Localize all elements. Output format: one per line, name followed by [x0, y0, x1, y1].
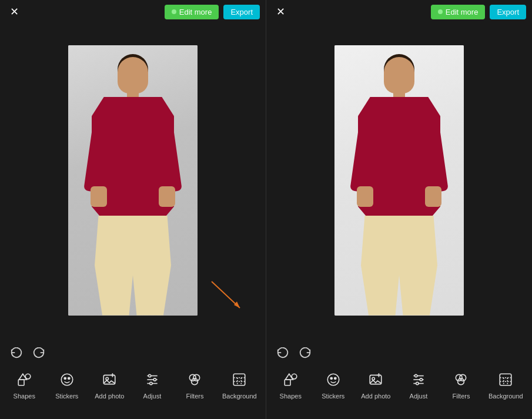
right-edit-more-button[interactable]: Edit more: [431, 5, 486, 19]
pants: [95, 216, 171, 316]
left-shapes-icon: [14, 370, 34, 390]
left-toolbar: Shapes Stickers: [0, 337, 266, 419]
right-tool-shapes[interactable]: Shapes: [275, 370, 306, 400]
left-undo-redo: [3, 343, 263, 367]
svg-point-3: [25, 374, 31, 379]
left-filters-label: Filters: [186, 393, 203, 400]
svg-point-4: [61, 374, 73, 386]
left-close-button[interactable]: ✕: [6, 4, 22, 20]
right-background-label: Background: [488, 393, 523, 400]
left-export-button[interactable]: Export: [223, 5, 260, 19]
right-tool-filters[interactable]: Filters: [446, 370, 476, 400]
right-adjust-label: Adjust: [410, 393, 428, 400]
left-adjust-icon: [142, 370, 162, 390]
right-head: [384, 57, 414, 93]
top-garment: [92, 97, 174, 226]
right-background-icon: [496, 370, 516, 390]
right-add-photo-icon: [366, 370, 386, 390]
right-photo-container: [334, 45, 464, 316]
left-fashion-photo: [68, 45, 198, 316]
svg-point-18: [193, 374, 200, 381]
right-stickers-icon: [323, 370, 343, 390]
svg-rect-25: [285, 380, 291, 386]
left-tool-adjust[interactable]: Adjust: [137, 370, 168, 400]
svg-rect-2: [19, 380, 25, 386]
left-add-photo-label: Add photo: [95, 393, 124, 400]
right-person-figure: [352, 57, 446, 316]
svg-point-14: [148, 374, 150, 377]
left-tool-add-photo[interactable]: Add photo: [94, 370, 125, 400]
svg-point-27: [327, 374, 339, 386]
right-tool-adjust[interactable]: Adjust: [403, 370, 434, 400]
svg-point-19: [192, 378, 198, 385]
svg-point-8: [106, 377, 108, 380]
left-shapes-label: Shapes: [14, 393, 35, 400]
right-fashion-photo: [334, 45, 464, 316]
svg-rect-43: [500, 374, 512, 386]
svg-point-15: [153, 378, 156, 381]
right-tool-background[interactable]: Background: [488, 370, 523, 400]
left-tool-background[interactable]: Background: [222, 370, 257, 400]
svg-rect-20: [234, 374, 246, 386]
right-shapes-icon: [280, 370, 300, 390]
right-top-bar: ✕ Edit more Export: [266, 0, 532, 24]
right-adjust-icon: [409, 370, 429, 390]
right-export-button[interactable]: Export: [490, 5, 526, 19]
svg-point-6: [68, 377, 69, 379]
left-background-icon: [229, 370, 249, 390]
export-label: Export: [230, 8, 253, 16]
right-redo-button[interactable]: [296, 345, 314, 363]
left-undo-button[interactable]: [8, 345, 25, 363]
right-edit-more-dot: [438, 9, 443, 14]
left-filters-icon: [185, 370, 205, 390]
svg-point-28: [330, 377, 332, 379]
left-stickers-icon: [57, 370, 77, 390]
right-top-garment: [358, 97, 440, 226]
right-filters-icon: [451, 370, 471, 390]
svg-point-41: [460, 374, 466, 381]
right-hand-right: [425, 186, 441, 207]
right-stickers-label: Stickers: [322, 393, 344, 400]
edit-more-dot: [172, 9, 176, 14]
right-image-area: [266, 24, 532, 337]
left-tool-shapes[interactable]: Shapes: [9, 370, 39, 400]
right-pants: [361, 216, 437, 316]
right-filters-label: Filters: [452, 393, 470, 400]
right-tool-stickers[interactable]: Stickers: [318, 370, 349, 400]
left-photo-container: [68, 45, 198, 316]
left-tool-filters[interactable]: Filters: [179, 370, 210, 400]
left-tools-row: Shapes Stickers: [3, 367, 263, 414]
left-stickers-label: Stickers: [55, 393, 78, 400]
svg-point-42: [458, 378, 464, 385]
left-person-figure: [86, 57, 180, 316]
edit-more-label: Edit more: [179, 8, 212, 16]
svg-point-29: [334, 377, 336, 379]
right-hand-left: [357, 186, 373, 207]
right-tool-add-photo[interactable]: Add photo: [360, 370, 391, 400]
right-edit-more-label: Edit more: [446, 8, 479, 16]
svg-point-5: [64, 377, 66, 379]
svg-point-38: [420, 378, 422, 381]
right-toolbar: Shapes Stickers: [266, 337, 532, 419]
hand-right: [159, 186, 175, 207]
head: [118, 57, 148, 93]
left-redo-button[interactable]: [30, 345, 48, 363]
right-editor-panel: ✕ Edit more Export: [266, 0, 532, 337]
right-shapes-label: Shapes: [280, 393, 302, 400]
right-export-label: Export: [497, 8, 519, 16]
svg-point-39: [416, 382, 419, 384]
left-image-area: [0, 24, 266, 337]
left-adjust-label: Adjust: [143, 393, 162, 400]
right-undo-redo: [269, 343, 529, 367]
right-undo-button[interactable]: [274, 345, 292, 363]
svg-point-37: [414, 374, 417, 377]
left-edit-more-button[interactable]: Edit more: [165, 5, 219, 19]
left-editor-panel: ✕ Edit more Export: [0, 0, 266, 337]
left-background-label: Background: [222, 393, 257, 400]
svg-point-16: [150, 382, 152, 384]
hand-left: [91, 186, 107, 207]
left-tool-stickers[interactable]: Stickers: [52, 370, 82, 400]
right-close-button[interactable]: ✕: [272, 4, 289, 20]
right-add-photo-label: Add photo: [361, 393, 390, 400]
left-add-photo-icon: [99, 370, 119, 390]
